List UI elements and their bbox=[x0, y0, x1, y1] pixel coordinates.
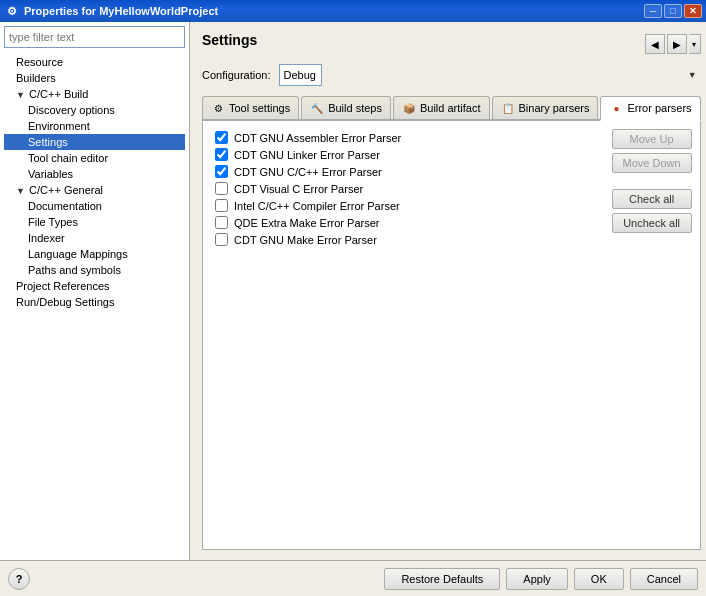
check-all-button[interactable]: Check all bbox=[612, 189, 692, 209]
parser-item-gnu-linker: CDT GNU Linker Error Parser bbox=[211, 146, 604, 163]
bottom-right-buttons: Restore Defaults Apply OK Cancel bbox=[384, 568, 698, 590]
tree-item-settings[interactable]: Settings bbox=[4, 134, 185, 150]
parser-checkbox-visual-c[interactable] bbox=[215, 182, 228, 195]
tab-label-build-steps: Build steps bbox=[328, 102, 382, 114]
parser-checkbox-intel-cpp[interactable] bbox=[215, 199, 228, 212]
nav-arrows: ◀ ▶ ▾ bbox=[645, 34, 701, 54]
tab-icon-tool-settings: ⚙ bbox=[211, 101, 225, 115]
window-icon: ⚙ bbox=[4, 3, 20, 19]
move-up-button[interactable]: Move Up bbox=[612, 129, 692, 149]
tab-icon-build-steps: 🔨 bbox=[310, 101, 324, 115]
tree-item-builders[interactable]: Builders bbox=[4, 70, 185, 86]
tree-item-cpp-build[interactable]: ▼ C/C++ Build bbox=[4, 86, 185, 102]
tree-container: ResourceBuilders▼ C/C++ BuildDiscovery o… bbox=[4, 54, 185, 310]
window-title: Properties for MyHellowWorldProject bbox=[24, 5, 644, 17]
tab-error-parsers[interactable]: ●Error parsers bbox=[600, 96, 700, 121]
tree-item-environment[interactable]: Environment bbox=[4, 118, 185, 134]
close-button[interactable]: ✕ bbox=[684, 4, 702, 18]
apply-button[interactable]: Apply bbox=[506, 568, 568, 590]
tree-item-variables[interactable]: Variables bbox=[4, 166, 185, 182]
parser-checkbox-gnu-make[interactable] bbox=[215, 233, 228, 246]
configuration-select-wrapper: Debug bbox=[279, 64, 701, 86]
tab-build-artifact[interactable]: 📦Build artifact bbox=[393, 96, 490, 119]
tab-label-binary-parsers: Binary parsers bbox=[519, 102, 590, 114]
tab-build-steps[interactable]: 🔨Build steps bbox=[301, 96, 391, 119]
tab-icon-binary-parsers: 📋 bbox=[501, 101, 515, 115]
tree-item-discovery[interactable]: Discovery options bbox=[4, 102, 185, 118]
bottom-bar: ? Restore Defaults Apply OK Cancel bbox=[0, 560, 706, 596]
parser-label-gnu-cpp: CDT GNU C/C++ Error Parser bbox=[234, 166, 382, 178]
tree-item-indexer[interactable]: Indexer bbox=[4, 230, 185, 246]
parser-item-visual-c: CDT Visual C Error Parser bbox=[211, 180, 604, 197]
uncheck-all-button[interactable]: Uncheck all bbox=[612, 213, 692, 233]
nav-back-button[interactable]: ◀ bbox=[645, 34, 665, 54]
tree-item-resource[interactable]: Resource bbox=[4, 54, 185, 70]
content-area: CDT GNU Assembler Error ParserCDT GNU Li… bbox=[202, 121, 701, 550]
minimize-button[interactable]: ─ bbox=[644, 4, 662, 18]
title-bar: ⚙ Properties for MyHellowWorldProject ─ … bbox=[0, 0, 706, 22]
ok-button[interactable]: OK bbox=[574, 568, 624, 590]
parsers-list: CDT GNU Assembler Error ParserCDT GNU Li… bbox=[211, 129, 604, 541]
parser-item-qde-make: QDE Extra Make Error Parser bbox=[211, 214, 604, 231]
tree-item-documentation[interactable]: Documentation bbox=[4, 198, 185, 214]
parser-checkbox-qde-make[interactable] bbox=[215, 216, 228, 229]
tab-label-build-artifact: Build artifact bbox=[420, 102, 481, 114]
parser-label-qde-make: QDE Extra Make Error Parser bbox=[234, 217, 379, 229]
parser-item-gnu-assembler: CDT GNU Assembler Error Parser bbox=[211, 129, 604, 146]
restore-defaults-button[interactable]: Restore Defaults bbox=[384, 568, 500, 590]
configuration-row: Configuration: Debug bbox=[202, 64, 701, 86]
configuration-label: Configuration: bbox=[202, 69, 271, 81]
parser-item-gnu-make: CDT GNU Make Error Parser bbox=[211, 231, 604, 248]
configuration-select[interactable]: Debug bbox=[279, 64, 322, 86]
parser-item-gnu-cpp: CDT GNU C/C++ Error Parser bbox=[211, 163, 604, 180]
tree-item-file-types[interactable]: File Types bbox=[4, 214, 185, 230]
tab-label-error-parsers: Error parsers bbox=[627, 102, 691, 114]
tree-item-paths-symbols[interactable]: Paths and symbols bbox=[4, 262, 185, 278]
tree-item-run-debug[interactable]: Run/Debug Settings bbox=[4, 294, 185, 310]
tree-item-project-refs[interactable]: Project References bbox=[4, 278, 185, 294]
maximize-button[interactable]: □ bbox=[664, 4, 682, 18]
parser-label-visual-c: CDT Visual C Error Parser bbox=[234, 183, 363, 195]
tree-item-cpp-general[interactable]: ▼ C/C++ General bbox=[4, 182, 185, 198]
tab-label-tool-settings: Tool settings bbox=[229, 102, 290, 114]
main-content: ResourceBuilders▼ C/C++ BuildDiscovery o… bbox=[0, 22, 706, 560]
nav-dropdown-button[interactable]: ▾ bbox=[689, 34, 701, 54]
parser-label-intel-cpp: Intel C/C++ Compiler Error Parser bbox=[234, 200, 400, 212]
settings-title: Settings bbox=[202, 32, 257, 48]
tab-tool-settings[interactable]: ⚙Tool settings bbox=[202, 96, 299, 119]
move-down-button[interactable]: Move Down bbox=[612, 153, 692, 173]
parser-checkbox-gnu-cpp[interactable] bbox=[215, 165, 228, 178]
tabs-row: ⚙Tool settings🔨Build steps📦Build artifac… bbox=[202, 96, 701, 121]
tab-icon-build-artifact: 📦 bbox=[402, 101, 416, 115]
parser-checkbox-gnu-assembler[interactable] bbox=[215, 131, 228, 144]
parser-label-gnu-linker: CDT GNU Linker Error Parser bbox=[234, 149, 380, 161]
tab-icon-error-parsers: ● bbox=[609, 101, 623, 115]
parser-label-gnu-assembler: CDT GNU Assembler Error Parser bbox=[234, 132, 401, 144]
left-panel: ResourceBuilders▼ C/C++ BuildDiscovery o… bbox=[0, 22, 190, 560]
parser-checkbox-gnu-linker[interactable] bbox=[215, 148, 228, 161]
help-button[interactable]: ? bbox=[8, 568, 30, 590]
parser-label-gnu-make: CDT GNU Make Error Parser bbox=[234, 234, 377, 246]
cancel-button[interactable]: Cancel bbox=[630, 568, 698, 590]
window-controls: ─ □ ✕ bbox=[644, 4, 702, 18]
parsers-buttons: Move Up Move Down Check all Uncheck all bbox=[612, 129, 692, 541]
tree-item-toolchain[interactable]: Tool chain editor bbox=[4, 150, 185, 166]
tab-binary-parsers[interactable]: 📋Binary parsers bbox=[492, 96, 599, 119]
tree-item-lang-mappings[interactable]: Language Mappings bbox=[4, 246, 185, 262]
right-panel: Settings ◀ ▶ ▾ Configuration: Debug ⚙Too… bbox=[190, 22, 706, 560]
nav-forward-button[interactable]: ▶ bbox=[667, 34, 687, 54]
header-row: Settings ◀ ▶ ▾ bbox=[202, 32, 701, 56]
filter-input[interactable] bbox=[4, 26, 185, 48]
parser-item-intel-cpp: Intel C/C++ Compiler Error Parser bbox=[211, 197, 604, 214]
